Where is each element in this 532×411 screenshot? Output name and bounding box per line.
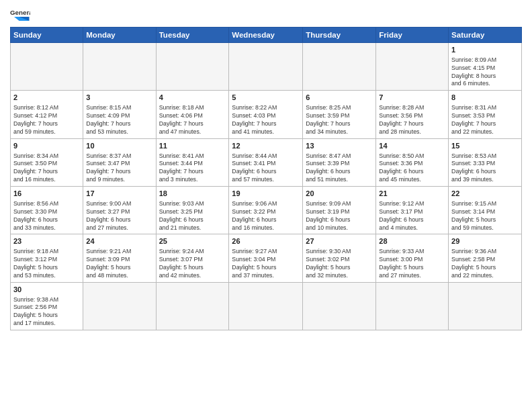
day-info: Sunrise: 8:18 AM Sunset: 4:06 PM Dayligh… (159, 104, 226, 136)
day-info: Sunrise: 8:22 AM Sunset: 4:03 PM Dayligh… (232, 104, 300, 136)
calendar-body: 1Sunrise: 8:09 AM Sunset: 4:15 PM Daylig… (11, 43, 522, 330)
calendar-cell (83, 43, 156, 91)
calendar-cell (11, 43, 83, 91)
calendar-cell (376, 282, 449, 330)
calendar-cell: 6Sunrise: 8:25 AM Sunset: 3:59 PM Daylig… (303, 91, 376, 138)
calendar-cell: 17Sunrise: 9:00 AM Sunset: 3:27 PM Dayli… (83, 187, 156, 234)
day-info: Sunrise: 9:18 AM Sunset: 3:12 PM Dayligh… (13, 248, 80, 280)
day-number: 18 (159, 189, 226, 199)
calendar-cell: 19Sunrise: 9:06 AM Sunset: 3:22 PM Dayli… (229, 187, 303, 234)
day-number: 3 (86, 93, 152, 103)
calendar-page: General SundayMondayTuesdayWednesdayThur… (0, 0, 532, 411)
calendar-cell: 4Sunrise: 8:18 AM Sunset: 4:06 PM Daylig… (156, 91, 229, 138)
svg-text:General: General (10, 9, 30, 16)
day-number: 10 (86, 141, 152, 151)
day-number: 7 (379, 93, 445, 103)
weekday-header-friday: Friday (376, 28, 449, 43)
calendar-cell (303, 43, 376, 91)
calendar-cell: 7Sunrise: 8:28 AM Sunset: 3:56 PM Daylig… (376, 91, 449, 138)
calendar-week-1: 1Sunrise: 8:09 AM Sunset: 4:15 PM Daylig… (11, 43, 522, 91)
calendar-cell: 3Sunrise: 8:15 AM Sunset: 4:09 PM Daylig… (83, 91, 156, 138)
calendar-cell: 1Sunrise: 8:09 AM Sunset: 4:15 PM Daylig… (449, 43, 522, 91)
header: General (10, 7, 522, 23)
calendar-cell (156, 282, 229, 330)
weekday-header-monday: Monday (83, 28, 156, 43)
day-number: 4 (159, 93, 226, 103)
day-number: 20 (306, 189, 373, 199)
day-info: Sunrise: 9:27 AM Sunset: 3:04 PM Dayligh… (232, 248, 300, 280)
day-number: 30 (13, 285, 80, 295)
calendar-cell: 2Sunrise: 8:12 AM Sunset: 4:12 PM Daylig… (11, 91, 83, 138)
calendar-cell: 10Sunrise: 8:37 AM Sunset: 3:47 PM Dayli… (83, 138, 156, 186)
day-info: Sunrise: 8:41 AM Sunset: 3:44 PM Dayligh… (159, 152, 226, 185)
day-info: Sunrise: 8:44 AM Sunset: 3:41 PM Dayligh… (232, 152, 300, 185)
calendar-cell: 9Sunrise: 8:34 AM Sunset: 3:50 PM Daylig… (11, 138, 83, 186)
calendar-week-6: 30Sunrise: 9:38 AM Sunset: 2:56 PM Dayli… (11, 282, 522, 330)
day-info: Sunrise: 8:53 AM Sunset: 3:33 PM Dayligh… (451, 152, 519, 185)
weekday-header-thursday: Thursday (303, 28, 376, 43)
day-info: Sunrise: 9:06 AM Sunset: 3:22 PM Dayligh… (232, 200, 300, 232)
calendar-week-2: 2Sunrise: 8:12 AM Sunset: 4:12 PM Daylig… (11, 91, 522, 138)
calendar-cell: 16Sunrise: 8:56 AM Sunset: 3:30 PM Dayli… (11, 187, 83, 234)
calendar-cell (156, 43, 229, 91)
day-number: 25 (159, 236, 226, 246)
day-number: 26 (232, 236, 300, 246)
day-info: Sunrise: 9:09 AM Sunset: 3:19 PM Dayligh… (306, 200, 373, 232)
day-number: 16 (13, 189, 80, 199)
day-number: 22 (451, 189, 519, 199)
calendar-cell: 11Sunrise: 8:41 AM Sunset: 3:44 PM Dayli… (156, 138, 229, 186)
calendar-cell: 14Sunrise: 8:50 AM Sunset: 3:36 PM Dayli… (376, 138, 449, 186)
weekday-header-wednesday: Wednesday (229, 28, 303, 43)
day-info: Sunrise: 8:28 AM Sunset: 3:56 PM Dayligh… (379, 104, 445, 136)
calendar-week-5: 23Sunrise: 9:18 AM Sunset: 3:12 PM Dayli… (11, 234, 522, 282)
day-info: Sunrise: 8:09 AM Sunset: 4:15 PM Dayligh… (451, 56, 519, 89)
day-number: 17 (86, 189, 152, 199)
day-info: Sunrise: 9:15 AM Sunset: 3:14 PM Dayligh… (451, 200, 519, 232)
calendar-cell (229, 43, 303, 91)
day-info: Sunrise: 9:36 AM Sunset: 2:58 PM Dayligh… (451, 248, 519, 280)
calendar-cell: 12Sunrise: 8:44 AM Sunset: 3:41 PM Dayli… (229, 138, 303, 186)
day-number: 14 (379, 141, 445, 151)
weekday-header-tuesday: Tuesday (156, 28, 229, 43)
calendar-cell: 28Sunrise: 9:33 AM Sunset: 3:00 PM Dayli… (376, 234, 449, 282)
day-info: Sunrise: 9:00 AM Sunset: 3:27 PM Dayligh… (86, 200, 152, 232)
calendar-cell: 22Sunrise: 9:15 AM Sunset: 3:14 PM Dayli… (449, 187, 522, 234)
logo-icon: General (10, 7, 30, 23)
weekday-header-sunday: Sunday (11, 28, 83, 43)
day-info: Sunrise: 9:24 AM Sunset: 3:07 PM Dayligh… (159, 248, 226, 280)
calendar-cell: 25Sunrise: 9:24 AM Sunset: 3:07 PM Dayli… (156, 234, 229, 282)
day-info: Sunrise: 8:56 AM Sunset: 3:30 PM Dayligh… (13, 200, 80, 232)
day-info: Sunrise: 9:38 AM Sunset: 2:56 PM Dayligh… (13, 296, 80, 328)
calendar-header-row: SundayMondayTuesdayWednesdayThursdayFrid… (11, 28, 522, 43)
calendar-cell: 29Sunrise: 9:36 AM Sunset: 2:58 PM Dayli… (449, 234, 522, 282)
day-info: Sunrise: 8:12 AM Sunset: 4:12 PM Dayligh… (13, 104, 80, 136)
day-number: 29 (451, 236, 519, 246)
day-info: Sunrise: 8:34 AM Sunset: 3:50 PM Dayligh… (13, 152, 80, 185)
day-info: Sunrise: 9:30 AM Sunset: 3:02 PM Dayligh… (306, 248, 373, 280)
day-number: 1 (451, 45, 519, 55)
calendar-cell: 30Sunrise: 9:38 AM Sunset: 2:56 PM Dayli… (11, 282, 83, 330)
day-number: 23 (13, 236, 80, 246)
day-info: Sunrise: 8:50 AM Sunset: 3:36 PM Dayligh… (379, 152, 445, 185)
calendar-week-4: 16Sunrise: 8:56 AM Sunset: 3:30 PM Dayli… (11, 187, 522, 234)
calendar-cell (83, 282, 156, 330)
day-number: 12 (232, 141, 300, 151)
calendar-week-3: 9Sunrise: 8:34 AM Sunset: 3:50 PM Daylig… (11, 138, 522, 186)
day-number: 5 (232, 93, 300, 103)
day-number: 11 (159, 141, 226, 151)
calendar-cell: 21Sunrise: 9:12 AM Sunset: 3:17 PM Dayli… (376, 187, 449, 234)
day-info: Sunrise: 9:21 AM Sunset: 3:09 PM Dayligh… (86, 248, 152, 280)
day-info: Sunrise: 8:47 AM Sunset: 3:39 PM Dayligh… (306, 152, 373, 185)
day-info: Sunrise: 9:12 AM Sunset: 3:17 PM Dayligh… (379, 200, 445, 232)
calendar-cell: 8Sunrise: 8:31 AM Sunset: 3:53 PM Daylig… (449, 91, 522, 138)
day-info: Sunrise: 9:33 AM Sunset: 3:00 PM Dayligh… (379, 248, 445, 280)
day-number: 24 (86, 236, 152, 246)
day-number: 28 (379, 236, 445, 246)
calendar-cell: 26Sunrise: 9:27 AM Sunset: 3:04 PM Dayli… (229, 234, 303, 282)
calendar-cell (229, 282, 303, 330)
weekday-header-saturday: Saturday (449, 28, 522, 43)
calendar-cell: 27Sunrise: 9:30 AM Sunset: 3:02 PM Dayli… (303, 234, 376, 282)
calendar-cell: 13Sunrise: 8:47 AM Sunset: 3:39 PM Dayli… (303, 138, 376, 186)
calendar-cell: 23Sunrise: 9:18 AM Sunset: 3:12 PM Dayli… (11, 234, 83, 282)
logo: General (10, 7, 33, 23)
